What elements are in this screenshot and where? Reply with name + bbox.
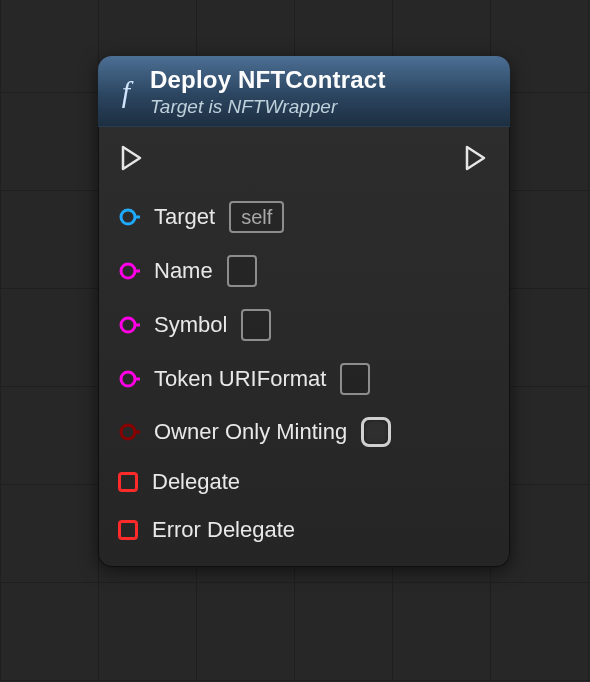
svg-point-3	[121, 372, 135, 386]
pin-label: Target	[154, 204, 215, 230]
owner-only-checkbox[interactable]	[361, 417, 391, 447]
pin-label: Delegate	[152, 469, 240, 495]
pin-row-delegate: Delegate	[118, 469, 490, 495]
pin-row-token-uri: Token URIFormat	[118, 363, 490, 395]
node-header[interactable]: f Deploy NFTContract Target is NFTWrappe…	[98, 56, 510, 127]
string-pin-icon[interactable]	[118, 260, 140, 282]
pin-label: Symbol	[154, 312, 227, 338]
svg-point-1	[121, 264, 135, 278]
pin-label: Name	[154, 258, 213, 284]
pin-row-owner-only: Owner Only Minting	[118, 417, 490, 447]
pin-row-error-delegate: Error Delegate	[118, 517, 490, 543]
pin-label: Owner Only Minting	[154, 419, 347, 445]
node-subtitle: Target is NFTWrapper	[150, 96, 386, 118]
string-pin-icon[interactable]	[118, 368, 140, 390]
exec-out-pin[interactable]	[464, 145, 488, 175]
object-pin-icon[interactable]	[118, 206, 140, 228]
delegate-pin-icon[interactable]	[118, 472, 138, 492]
bool-pin-icon[interactable]	[118, 421, 140, 443]
node-body: Target self Name Symbol Token URIFormat	[98, 127, 510, 567]
delegate-pin-icon[interactable]	[118, 520, 138, 540]
exec-in-pin[interactable]	[120, 145, 144, 175]
pin-label: Error Delegate	[152, 517, 295, 543]
pin-row-name: Name	[118, 255, 490, 287]
name-value-input[interactable]	[227, 255, 257, 287]
svg-point-4	[121, 425, 135, 439]
pin-label: Token URIFormat	[154, 366, 326, 392]
token-uri-value-input[interactable]	[340, 363, 370, 395]
string-pin-icon[interactable]	[118, 314, 140, 336]
svg-point-2	[121, 318, 135, 332]
node-title: Deploy NFTContract	[150, 66, 386, 94]
blueprint-node[interactable]: f Deploy NFTContract Target is NFTWrappe…	[98, 56, 510, 567]
function-icon: f	[114, 77, 138, 107]
symbol-value-input[interactable]	[241, 309, 271, 341]
pin-row-target: Target self	[118, 201, 490, 233]
pin-row-symbol: Symbol	[118, 309, 490, 341]
svg-point-0	[121, 210, 135, 224]
target-value-input[interactable]: self	[229, 201, 284, 233]
